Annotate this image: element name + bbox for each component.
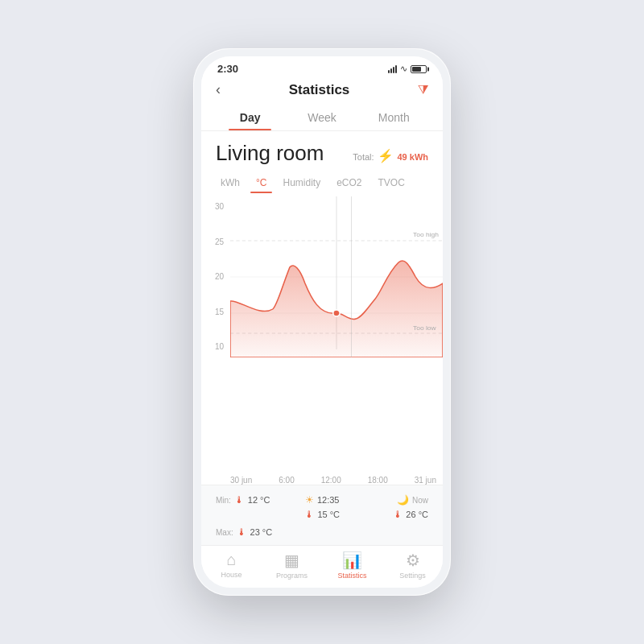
metric-kwh[interactable]: kWh (213, 172, 248, 193)
sun-icon: ☀ (305, 494, 314, 506)
x-label-600: 6:00 (279, 476, 294, 485)
x-axis-labels: 30 jun 6:00 12:00 18:00 31 jun (201, 474, 443, 485)
status-bar: 2:30 ∿ (201, 56, 443, 78)
bolt-icon: ⚡ (378, 149, 394, 163)
metric-celsius[interactable]: °C (248, 172, 275, 193)
stats-footer: Min: 🌡 12 °C ☀ 12:35 🌡 15 °C 🌙 Now 🌡 2 (201, 485, 443, 545)
nav-settings[interactable]: ⚙ Settings (382, 551, 443, 580)
metric-eco2[interactable]: eCO2 (328, 172, 369, 193)
bottom-nav: ⌂ House ▦ Programs 📊 Statistics ⚙ Settin… (201, 545, 443, 588)
total-label: Total: (353, 152, 374, 162)
now-label: Now (412, 496, 428, 505)
time-temp-icon: 🌡 (304, 509, 314, 520)
filter-icon[interactable]: ⧩ (418, 83, 428, 97)
svg-text:Too low: Too low (413, 324, 436, 332)
room-name: Living room (216, 141, 324, 166)
chart-svg: Too high Too low (230, 196, 443, 357)
min-stat: Min: 🌡 12 °C (216, 492, 284, 521)
header: ‹ Statistics ⧩ (201, 78, 443, 105)
y-label-20: 20 (201, 273, 224, 281)
chart-container: 30 25 20 15 10 (201, 196, 443, 471)
programs-icon: ▦ (284, 551, 299, 570)
house-icon: ⌂ (226, 551, 236, 569)
max-value: 23 °C (250, 527, 273, 537)
settings-icon: ⚙ (406, 551, 420, 570)
y-label-25: 25 (201, 238, 224, 246)
metric-tabs: kWh °C Humidity eCO2 TVOC (201, 169, 443, 193)
nav-settings-label: Settings (399, 572, 426, 580)
nav-programs[interactable]: ▦ Programs (262, 551, 322, 580)
y-label-15: 15 (201, 308, 224, 316)
metric-tvoc[interactable]: TVOC (370, 172, 413, 193)
min-value: 12 °C (248, 495, 270, 505)
tab-day[interactable]: Day (214, 105, 286, 130)
signal-icon (388, 65, 397, 73)
nav-house[interactable]: ⌂ House (201, 551, 262, 580)
back-button[interactable]: ‹ (216, 81, 221, 98)
time-value: 15 °C (317, 510, 340, 519)
y-label-10: 10 (201, 343, 224, 351)
x-label-31jun: 31 jun (415, 476, 436, 485)
tab-month[interactable]: Month (358, 105, 430, 130)
time-stat: ☀ 12:35 🌡 15 °C (287, 492, 356, 521)
nav-statistics-label: Statistics (337, 572, 366, 580)
nav-programs-label: Programs (276, 572, 308, 580)
max-temp-icon: 🌡 (237, 526, 246, 538)
total-value: 49 kWh (397, 152, 428, 162)
page-title: Statistics (289, 82, 350, 98)
battery-icon (411, 65, 427, 73)
x-label-30jun: 30 jun (230, 476, 252, 485)
max-stat: Max: 🌡 23 °C (216, 524, 284, 539)
svg-point-7 (333, 310, 340, 316)
wifi-icon: ∿ (400, 64, 407, 74)
now-stat: 🌙 Now 🌡 26 °C (360, 492, 428, 521)
time-label: 12:35 (317, 495, 340, 505)
chart-divider (351, 196, 352, 357)
x-label-1200: 12:00 (321, 476, 341, 485)
max-label: Max: (216, 528, 233, 537)
status-time: 2:30 (217, 63, 238, 75)
status-icons: ∿ (388, 64, 427, 74)
metric-humidity[interactable]: Humidity (275, 172, 328, 193)
svg-text:Too high: Too high (413, 231, 439, 238)
statistics-icon: 📊 (342, 551, 362, 570)
now-value: 26 °C (406, 510, 428, 519)
room-section: Living room Total: ⚡ 49 kWh (201, 131, 443, 169)
content-area: Living room Total: ⚡ 49 kWh kWh °C Humid… (201, 131, 443, 545)
min-label: Min: (216, 496, 231, 505)
nav-statistics[interactable]: 📊 Statistics (322, 551, 382, 580)
y-label-30: 30 (201, 203, 224, 211)
total-info: Total: ⚡ 49 kWh (353, 148, 428, 163)
x-label-1800: 18:00 (368, 476, 388, 485)
nav-house-label: House (221, 571, 242, 579)
period-tabs: Day Week Month (201, 105, 443, 131)
min-temp-icon: 🌡 (234, 494, 244, 506)
now-temp-icon: 🌡 (393, 509, 402, 520)
moon-icon: 🌙 (397, 494, 409, 506)
y-axis-labels: 30 25 20 15 10 (201, 196, 224, 357)
tab-week[interactable]: Week (286, 105, 357, 130)
